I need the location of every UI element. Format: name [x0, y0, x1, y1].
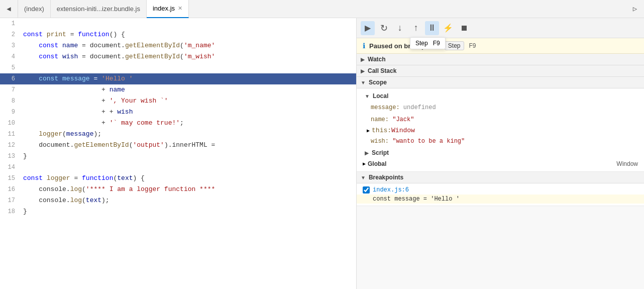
debug-sections[interactable]: ▶ Watch ▶ Call Stack ▼ Scope ▼ Local: [357, 54, 644, 289]
shortcut-badge: F9: [469, 42, 476, 49]
call-stack-label: Call Stack: [368, 67, 396, 74]
debug-toolbar: ▶ ↻ ↓ ↑ ⏸ Step F9 ⚡: [357, 18, 644, 38]
step-over-button[interactable]: ↻: [377, 21, 391, 35]
stop-button[interactable]: ⏹: [457, 21, 471, 35]
script-label: Script: [372, 149, 389, 156]
watch-label: Watch: [368, 56, 386, 63]
local-arrow-icon: ▼: [365, 93, 370, 99]
step-out-button[interactable]: ↑: [409, 21, 423, 35]
line-content: + '` may come true!';: [19, 118, 356, 129]
line-content: }: [19, 206, 356, 217]
line-number: 8: [0, 95, 19, 107]
scope-value: undefined: [403, 104, 436, 111]
tab-extension[interactable]: extension-initi...izer.bundle.js: [51, 0, 147, 18]
pause-button[interactable]: ⏸: [425, 21, 439, 35]
breakpoints-arrow-icon: ▼: [361, 175, 366, 180]
scope-wish-item: wish: "wanto to be a king": [357, 135, 644, 147]
tooltip-shortcut: F9: [433, 40, 440, 47]
watch-arrow-icon: ▶: [361, 57, 365, 62]
local-section-header[interactable]: ▼ Local: [357, 90, 644, 102]
scope-section-header[interactable]: ▼ Scope: [357, 77, 644, 88]
script-arrow-icon: ▶: [365, 150, 369, 156]
line-number: 4: [0, 51, 19, 62]
line-number: 15: [0, 173, 19, 184]
table-row: 3 const name = document.getElementById('…: [0, 40, 356, 51]
step-into-icon: ↓: [398, 23, 402, 33]
local-label: Local: [373, 92, 388, 100]
breakpoints-label: Breakpoints: [369, 174, 403, 181]
tooltip-step-label: Step: [415, 40, 428, 47]
line-content: [19, 162, 356, 173]
call-stack-section-header[interactable]: ▶ Call Stack: [357, 65, 644, 77]
line-content: + name: [19, 84, 356, 95]
close-tab-icon[interactable]: ✕: [178, 5, 182, 12]
line-number: 17: [0, 195, 19, 206]
global-arrow-icon: ▶: [363, 161, 366, 167]
line-number: 11: [0, 129, 19, 140]
global-section-header[interactable]: ▶ Global Window: [357, 158, 644, 169]
code-content[interactable]: 1 2 const print = function() { 3 const n…: [0, 18, 356, 289]
breakpoints-section-header[interactable]: ▼ Breakpoints: [357, 172, 644, 183]
scope-content: ▼ Local message: undefined name: "Jack" …: [357, 88, 644, 172]
table-row: 9 + + wish: [0, 107, 356, 118]
resume-button[interactable]: ▶: [361, 21, 375, 35]
line-content: const print = function() {: [19, 29, 356, 40]
watch-section-header[interactable]: ▶ Watch: [357, 54, 644, 65]
main-layout: 1 2 const print = function() { 3 const n…: [0, 18, 644, 289]
step-over-icon: ↻: [380, 23, 388, 34]
tab-extension-label: extension-initi...izer.bundle.js: [57, 5, 140, 13]
table-row: 2 const print = function() {: [0, 29, 356, 40]
global-value: Window: [616, 160, 638, 167]
list-item: index.js:6: [357, 185, 644, 195]
table-row: 11 logger(message);: [0, 129, 356, 140]
step-badge: Step: [445, 41, 464, 50]
info-icon: ℹ: [363, 42, 365, 50]
line-content: logger(message);: [19, 129, 356, 140]
breakpoints-content: index.js:6 const message = 'Hello ': [357, 183, 644, 206]
tab-bar: ◀ (index) extension-initi...izer.bundle.…: [0, 0, 644, 18]
table-row: 1: [0, 18, 356, 29]
line-content: const message = 'Hello ': [19, 73, 356, 84]
tab-index[interactable]: (index): [18, 0, 51, 18]
table-row: 12 document.getElementById('output').inn…: [0, 140, 356, 151]
sidebar-toggle-icon: ◀: [7, 5, 11, 13]
line-number: 7: [0, 84, 19, 95]
tab-indexjs[interactable]: index.js ✕: [147, 0, 189, 18]
tab-indexjs-label: index.js: [153, 5, 175, 12]
scope-key: name:: [371, 116, 392, 123]
scope-label: Scope: [369, 79, 387, 86]
resume-icon: ▶: [365, 23, 371, 33]
debug-panel: ▶ ↻ ↓ ↑ ⏸ Step F9 ⚡: [357, 18, 644, 289]
line-content: }: [19, 151, 356, 162]
line-number: 18: [0, 206, 19, 217]
code-panel: 1 2 const print = function() { 3 const n…: [0, 18, 357, 289]
stop-icon: ⏹: [460, 24, 468, 33]
breakpoint-row: index.js:6: [363, 186, 638, 194]
line-content: [19, 18, 356, 29]
breakpoint-code-preview: const message = 'Hello ': [357, 195, 644, 204]
deactivate-breakpoints-button[interactable]: ⚡: [441, 21, 455, 35]
sidebar-toggle-button[interactable]: ◀: [0, 0, 18, 18]
line-number: 9: [0, 107, 19, 118]
scope-arrow-icon: ▼: [361, 80, 366, 85]
script-section-header[interactable]: ▶ Script: [357, 147, 644, 158]
scope-name-item: name: "Jack": [357, 114, 644, 126]
step-into-button[interactable]: ↓: [393, 21, 407, 35]
line-content: const logger = function(text) {: [19, 173, 356, 184]
run-button[interactable]: ▷: [626, 0, 644, 18]
scope-value: "wanto to be a king": [392, 138, 465, 145]
table-row: 6 const message = 'Hello ': [0, 73, 356, 84]
line-number: 6: [0, 73, 19, 84]
breakpoint-code: const message = 'Hello ': [373, 196, 460, 203]
deactivate-icon: ⚡: [443, 23, 453, 33]
table-row: 14: [0, 162, 356, 173]
table-row: 18 }: [0, 206, 356, 217]
scope-value: "Jack": [392, 116, 414, 123]
line-number: 14: [0, 162, 19, 173]
scope-this-item[interactable]: ▶ this: Window: [357, 126, 644, 135]
breakpoint-checkbox[interactable]: [363, 186, 370, 194]
pause-icon: ⏸: [427, 23, 437, 33]
table-row: 4 const wish = document.getElementById('…: [0, 51, 356, 62]
scope-key: message:: [371, 104, 403, 111]
scope-key: this:: [372, 127, 391, 134]
